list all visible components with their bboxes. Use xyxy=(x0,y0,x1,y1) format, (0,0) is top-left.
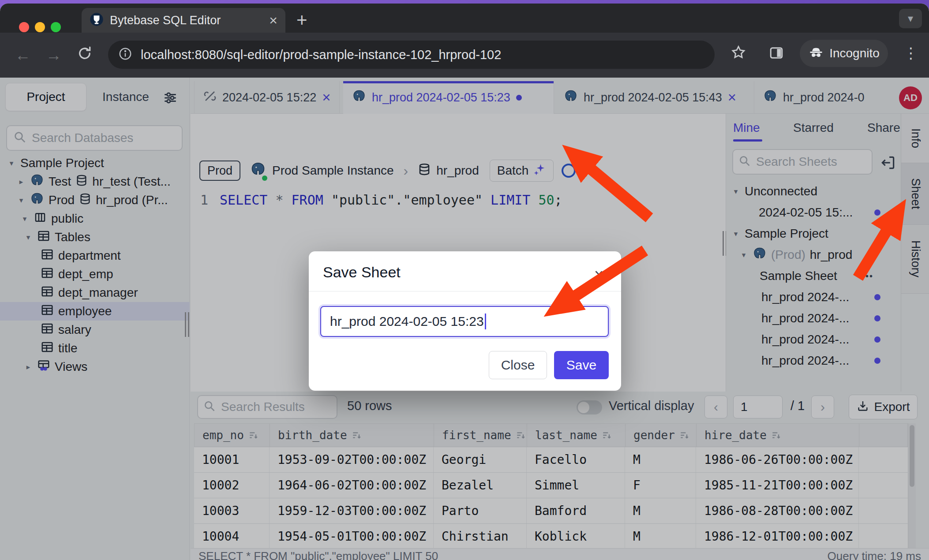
window-minimize-button[interactable] xyxy=(35,22,45,32)
screen: Bytebase SQL Editor × + ▾ ← → localhost:… xyxy=(0,0,929,560)
bookmark-star-icon[interactable] xyxy=(730,44,747,63)
save-sheet-dialog: Save Sheet × hr_prod 2024-02-05 15:23 Cl… xyxy=(309,251,621,391)
close-icon[interactable]: × xyxy=(594,265,603,284)
bytebase-favicon xyxy=(90,12,104,28)
browser-tab[interactable]: Bytebase SQL Editor × xyxy=(82,8,285,33)
url-text: localhost:8080/sql-editor/prod-sample-in… xyxy=(141,48,501,62)
tab-search-button[interactable]: ▾ xyxy=(899,9,922,28)
browser-menu-icon[interactable]: ⋮ xyxy=(903,44,918,62)
text-caret xyxy=(485,314,486,329)
browser-tab-strip: Bytebase SQL Editor × + ▾ xyxy=(0,4,929,33)
incognito-badge: Incognito xyxy=(800,40,888,67)
save-confirm-button[interactable]: Save xyxy=(554,351,609,379)
site-info-icon[interactable] xyxy=(118,46,133,63)
forward-icon[interactable]: → xyxy=(46,46,62,64)
incognito-label: Incognito xyxy=(829,46,880,60)
browser-tab-close-icon[interactable]: × xyxy=(269,12,277,29)
reload-icon[interactable] xyxy=(77,45,93,65)
side-panel-icon[interactable] xyxy=(768,45,784,63)
dialog-title: Save Sheet xyxy=(323,264,401,281)
incognito-spy-icon xyxy=(808,44,824,63)
dialog-divider xyxy=(309,291,621,291)
url-bar[interactable]: localhost:8080/sql-editor/prod-sample-in… xyxy=(108,41,715,69)
close-button[interactable]: Close xyxy=(489,351,547,379)
window-close-button[interactable] xyxy=(19,22,29,32)
sheet-name-input[interactable]: hr_prod 2024-02-05 15:23 xyxy=(320,306,609,337)
browser-tab-title: Bytebase SQL Editor xyxy=(110,14,263,27)
back-icon[interactable]: ← xyxy=(15,46,31,64)
new-tab-button[interactable]: + xyxy=(296,10,307,31)
browser-window: Bytebase SQL Editor × + ▾ ← → localhost:… xyxy=(0,4,929,560)
window-zoom-button[interactable] xyxy=(51,22,61,32)
